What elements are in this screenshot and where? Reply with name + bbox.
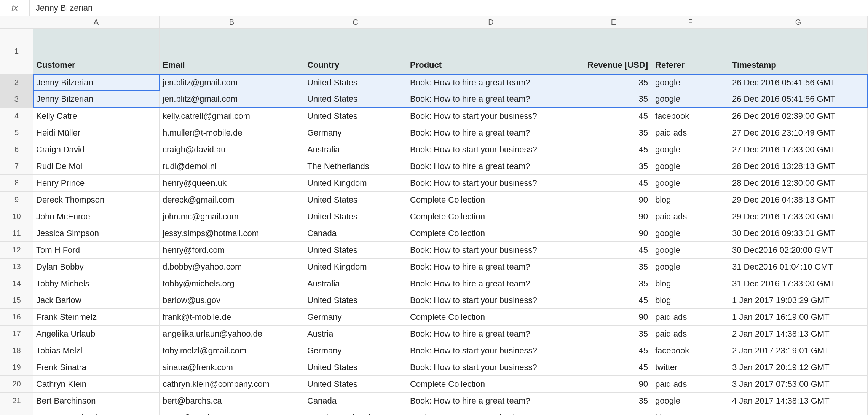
cell-country[interactable]: Canada	[304, 225, 407, 242]
row-number[interactable]: 6	[0, 141, 33, 158]
col-header-E[interactable]: E	[575, 16, 652, 29]
row-number[interactable]: 8	[0, 175, 33, 192]
spreadsheet-grid[interactable]: A B C D E F G 1 Customer Email Country P…	[0, 16, 868, 415]
cell-product[interactable]: Book: How to start your business?	[407, 141, 575, 158]
cell-country[interactable]: Russian Federation	[304, 409, 407, 415]
cell-revenue[interactable]: 90	[575, 376, 652, 393]
col-header-D[interactable]: D	[407, 16, 575, 29]
col-header-F[interactable]: F	[652, 16, 729, 29]
cell-referer[interactable]: google	[652, 393, 729, 409]
cell-referer[interactable]: google	[652, 74, 729, 91]
cell-customer[interactable]: Jessica Simpson	[33, 225, 160, 242]
cell-country[interactable]: Germany	[304, 124, 407, 141]
cell-customer[interactable]: Jenny Bilzerian	[33, 74, 160, 91]
cell-customer[interactable]: Kelly Catrell	[33, 108, 160, 124]
cell-email[interactable]: jen.blitz@gmail.com	[160, 74, 304, 91]
cell-timestamp[interactable]: 26 Dec 2016 05:41:56 GMT	[729, 74, 868, 91]
cell-customer[interactable]: Tanya Sewchenko	[33, 409, 160, 415]
cell-product[interactable]: Book: How to hire a great team?	[407, 326, 575, 342]
cell-country[interactable]: United States	[304, 359, 407, 376]
cell-revenue[interactable]: 35	[575, 74, 652, 91]
cell-customer[interactable]: Tom H Ford	[33, 242, 160, 259]
cell-timestamp[interactable]: 31 Dec2016 01:04:10 GMT	[729, 259, 868, 275]
cell-timestamp[interactable]: 29 Dec 2016 04:38:13 GMT	[729, 192, 868, 208]
cell-product[interactable]: Complete Collection	[407, 208, 575, 225]
select-all-corner[interactable]	[0, 16, 33, 29]
cell-country[interactable]: United States	[304, 91, 407, 108]
cell-product[interactable]: Book: How to start your business?	[407, 108, 575, 124]
row-number[interactable]: 20	[0, 376, 33, 393]
cell-revenue[interactable]: 35	[575, 158, 652, 175]
cell-referer[interactable]: facebook	[652, 108, 729, 124]
cell-country[interactable]: United States	[304, 108, 407, 124]
cell-customer[interactable]: Tobias Melzl	[33, 342, 160, 359]
cell-referer[interactable]: paid ads	[652, 376, 729, 393]
cell-product[interactable]: Book: How to hire a great team?	[407, 74, 575, 91]
row-number[interactable]: 12	[0, 242, 33, 259]
cell-revenue[interactable]: 35	[575, 124, 652, 141]
cell-email[interactable]: h.muller@t-mobile.de	[160, 124, 304, 141]
cell-revenue[interactable]: 35	[575, 275, 652, 292]
cell-customer[interactable]: Rudi De Mol	[33, 158, 160, 175]
cell-country[interactable]: United States	[304, 74, 407, 91]
cell-referer[interactable]: google	[652, 91, 729, 108]
header-customer[interactable]: Customer	[33, 29, 160, 74]
cell-revenue[interactable]: 90	[575, 225, 652, 242]
cell-revenue[interactable]: 45	[575, 108, 652, 124]
cell-timestamp[interactable]: 26 Dec 2016 02:39:00 GMT	[729, 108, 868, 124]
cell-referer[interactable]: blog	[652, 192, 729, 208]
row-number[interactable]: 1	[0, 29, 33, 74]
cell-customer[interactable]: Craigh David	[33, 141, 160, 158]
row-number[interactable]: 21	[0, 393, 33, 409]
cell-email[interactable]: craigh@david.au	[160, 141, 304, 158]
cell-email[interactable]: dereck@gmail.com	[160, 192, 304, 208]
cell-referer[interactable]: facebook	[652, 342, 729, 359]
cell-product[interactable]: Book: How to start your business?	[407, 342, 575, 359]
cell-revenue[interactable]: 45	[575, 141, 652, 158]
cell-timestamp[interactable]: 29 Dec 2016 17:33:00 GMT	[729, 208, 868, 225]
cell-country[interactable]: United States	[304, 192, 407, 208]
cell-country[interactable]: Austria	[304, 326, 407, 342]
formula-input[interactable]: Jenny Bilzerian	[30, 0, 868, 16]
row-number[interactable]: 11	[0, 225, 33, 242]
cell-product[interactable]: Book: How to hire a great team?	[407, 91, 575, 108]
cell-customer[interactable]: Dylan Bobby	[33, 259, 160, 275]
cell-referer[interactable]: google	[652, 175, 729, 192]
row-number[interactable]: 10	[0, 208, 33, 225]
cell-country[interactable]: United States	[304, 242, 407, 259]
cell-revenue[interactable]: 90	[575, 208, 652, 225]
cell-revenue[interactable]: 90	[575, 309, 652, 326]
header-timestamp[interactable]: Timestamp	[729, 29, 868, 74]
cell-referer[interactable]: google	[652, 259, 729, 275]
row-number[interactable]: 5	[0, 124, 33, 141]
cell-referer[interactable]: paid ads	[652, 208, 729, 225]
cell-revenue[interactable]: 45	[575, 409, 652, 415]
cell-country[interactable]: United States	[304, 292, 407, 309]
header-country[interactable]: Country	[304, 29, 407, 74]
cell-customer[interactable]: Heidi Müller	[33, 124, 160, 141]
cell-country[interactable]: Germany	[304, 342, 407, 359]
cell-email[interactable]: tanya@russia.ru	[160, 409, 304, 415]
cell-timestamp[interactable]: 1 Jan 2017 16:19:00 GMT	[729, 309, 868, 326]
cell-timestamp[interactable]: 30 Dec2016 02:20:00 GMT	[729, 242, 868, 259]
cell-revenue[interactable]: 45	[575, 292, 652, 309]
cell-product[interactable]: Book: How to start your business?	[407, 292, 575, 309]
cell-country[interactable]: Germany	[304, 309, 407, 326]
cell-timestamp[interactable]: 31 Dec 2016 17:33:00 GMT	[729, 275, 868, 292]
row-number[interactable]: 22	[0, 409, 33, 415]
cell-product[interactable]: Book: How to hire a great team?	[407, 259, 575, 275]
row-number[interactable]: 14	[0, 275, 33, 292]
cell-customer[interactable]: Bert Barchinson	[33, 393, 160, 409]
cell-customer[interactable]: Henry Prince	[33, 175, 160, 192]
cell-email[interactable]: angelika.urlaun@yahoo.de	[160, 326, 304, 342]
cell-timestamp[interactable]: 3 Jan 2017 07:53:00 GMT	[729, 376, 868, 393]
cell-country[interactable]: Australia	[304, 275, 407, 292]
cell-email[interactable]: toby.melzl@gmail.com	[160, 342, 304, 359]
cell-timestamp[interactable]: 2 Jan 2017 23:19:01 GMT	[729, 342, 868, 359]
row-number[interactable]: 17	[0, 326, 33, 342]
cell-email[interactable]: tobby@michels.org	[160, 275, 304, 292]
row-number[interactable]: 15	[0, 292, 33, 309]
cell-timestamp[interactable]: 26 Dec 2016 05:41:56 GMT	[729, 91, 868, 108]
cell-email[interactable]: rudi@demol.nl	[160, 158, 304, 175]
cell-referer[interactable]: google	[652, 242, 729, 259]
